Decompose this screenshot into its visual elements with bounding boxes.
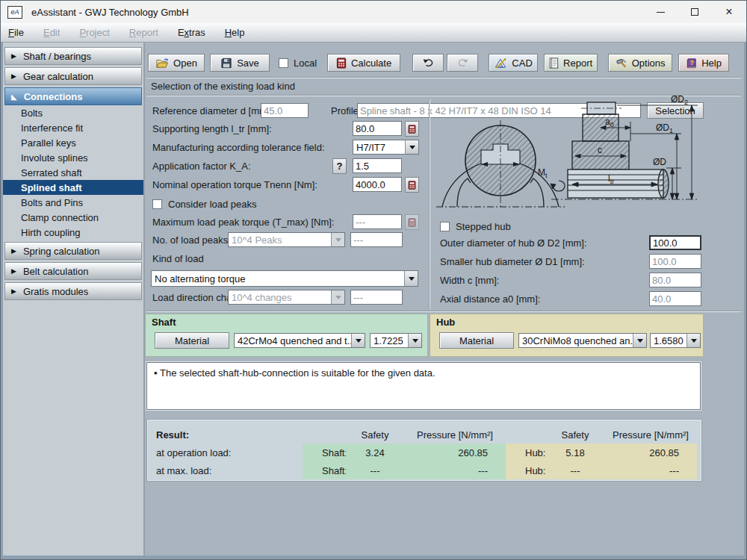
width-c-field[interactable] <box>649 273 701 287</box>
chevron-down-icon <box>331 290 344 304</box>
shaft-material-button[interactable]: Material <box>155 332 229 349</box>
chevron-down-icon[interactable] <box>633 334 646 347</box>
chevron-down-icon[interactable] <box>686 334 700 347</box>
pressure-column-header: Pressure [N/mm²] <box>404 426 506 444</box>
menu-report[interactable]: Report <box>129 27 158 38</box>
minimize-button[interactable] <box>643 1 678 23</box>
sidebar-item-serrated-shaft[interactable]: Serrated shaft <box>3 165 143 180</box>
maximize-button[interactable] <box>678 1 712 23</box>
max-peak-torque-label: Maximum load peak torque (T_max) [Nm]: <box>152 217 334 228</box>
title-bar: eA eAssistant - GWJ Technology GmbH × <box>1 1 746 23</box>
save-button[interactable]: Save <box>210 54 270 72</box>
local-checkbox[interactable] <box>279 58 288 68</box>
supporting-length-calc-button[interactable] <box>405 121 419 137</box>
sidebar-item-bolts-and-pins[interactable]: Bolts and Pins <box>3 195 143 210</box>
hub-material-button[interactable]: Material <box>439 332 514 349</box>
safety-column-header: Safety <box>546 426 604 444</box>
calculator-icon <box>336 57 347 69</box>
spline-shaft-drawing: a0 c ltr Mt ØD2 ØD1 ØD <box>435 95 704 217</box>
tolerance-field-label: Manufacturing according tolerance field: <box>152 142 325 153</box>
report-button[interactable]: Report <box>544 54 598 72</box>
reference-diameter-field[interactable] <box>261 103 309 118</box>
sidebar: ▶ Shaft / bearings ▶ Gear calculation ◣ … <box>3 43 145 556</box>
message-text: The selected shaft-hub-connection is sui… <box>160 367 436 379</box>
result-header-row: Result: Safety Pressure [N/mm²] Safety P… <box>156 426 701 444</box>
sidebar-item-hirth-coupling[interactable]: Hirth coupling <box>3 225 143 240</box>
outer-diameter-field[interactable] <box>649 235 701 250</box>
chevron-down-icon[interactable] <box>351 334 365 347</box>
sidebar-item-interference-fit[interactable]: Interference fit <box>3 120 143 135</box>
sidebar-group-belt-calculation[interactable]: ▶ Belt calculation <box>4 262 142 280</box>
shaft-material-dropdown[interactable]: 42CrMo4 quenched and t... <box>234 333 365 348</box>
menu-help[interactable]: Help <box>225 27 245 38</box>
svg-text:ØD: ØD <box>653 157 666 167</box>
redo-button[interactable] <box>447 54 478 72</box>
tools-icon <box>616 57 627 69</box>
application-factor-help-button[interactable]: ? <box>332 158 347 174</box>
kind-of-load-dropdown[interactable]: No alternating torque <box>151 270 418 287</box>
menu-project[interactable]: Project <box>79 27 109 38</box>
sidebar-group-gratis-modules[interactable]: ▶ Gratis modules <box>4 282 142 300</box>
nominal-torque-calc-button[interactable] <box>405 177 419 193</box>
hub-material-dropdown[interactable]: 30CrNiMo8 quenched an... <box>518 333 647 348</box>
calculate-button[interactable]: Calculate <box>327 54 400 72</box>
sidebar-group-connections[interactable]: ◣ Connections <box>4 87 142 105</box>
sidebar-item-bolts[interactable]: Bolts <box>3 105 143 120</box>
sidebar-item-involute-splines[interactable]: Involute splines <box>3 150 143 165</box>
chevron-down-icon[interactable] <box>408 334 421 347</box>
smaller-diameter-field[interactable] <box>649 254 701 269</box>
menu-edit[interactable]: Edit <box>43 27 60 38</box>
sidebar-group-shaft-bearings[interactable]: ▶ Shaft / bearings <box>4 47 142 65</box>
application-factor-field[interactable] <box>353 158 402 173</box>
tolerance-dropdown[interactable]: H7/IT7 <box>353 140 419 155</box>
close-icon: × <box>725 6 732 18</box>
sidebar-item-parallel-keys[interactable]: Parallel keys <box>3 135 143 150</box>
chevron-down-icon[interactable] <box>405 140 418 154</box>
help-book-icon: ? <box>686 57 697 69</box>
menu-file[interactable]: File <box>8 27 24 38</box>
collapsed-arrow-icon: ▶ <box>11 52 16 60</box>
help-button[interactable]: ? Help <box>678 54 729 72</box>
pressure-column-header: Pressure [N/mm²] <box>604 426 697 444</box>
svg-text:ØD2: ØD2 <box>671 95 688 106</box>
hub-material-number-dropdown[interactable]: 1.6580 <box>650 333 701 348</box>
consider-load-peaks-label: Consider load peaks <box>168 199 257 210</box>
outer-diameter-label: Outer diameter of hub Ø D2 [mm]: <box>440 237 587 249</box>
app-icon: eA <box>7 6 22 19</box>
max-peak-torque-field[interactable] <box>353 214 402 229</box>
cad-button[interactable]: CAD <box>489 54 538 72</box>
max-peak-torque-calc-button[interactable] <box>405 214 419 230</box>
minimize-icon <box>657 12 665 13</box>
stepped-hub-checkbox[interactable] <box>440 222 450 231</box>
collapsed-arrow-icon: ▶ <box>11 247 16 255</box>
hub-material-panel: Hub Material 30CrNiMo8 quenched an... 1.… <box>430 314 704 357</box>
axial-distance-label: Axial distance a0 [mm]: <box>440 293 540 305</box>
consider-load-peaks-checkbox[interactable] <box>152 199 162 209</box>
sidebar-group-gear-calculation[interactable]: ▶ Gear calculation <box>4 67 142 85</box>
hub-panel-title: Hub <box>436 317 455 328</box>
supporting-length-label: Supporting length l_tr [mm]: <box>152 123 272 134</box>
load-direction-unit-dropdown[interactable]: 10^4 changes <box>228 290 345 305</box>
application-factor-label: Application factor K_A: <box>152 161 251 172</box>
shaft-material-number-dropdown[interactable]: 1.7225 <box>370 333 422 348</box>
load-peaks-unit-dropdown[interactable]: 10^4 Peaks <box>228 232 345 247</box>
undo-button[interactable] <box>412 54 444 72</box>
nominal-torque-field[interactable] <box>353 177 402 192</box>
menu-extras[interactable]: Extras <box>178 27 205 38</box>
result-title: Result: <box>156 426 303 444</box>
sidebar-item-clamp-connection[interactable]: Clamp connection <box>3 210 143 225</box>
calculator-icon <box>408 181 416 190</box>
close-button[interactable]: × <box>712 1 746 23</box>
supporting-length-field[interactable] <box>353 121 402 136</box>
sidebar-group-spring-calculation[interactable]: ▶ Spring calculation <box>4 242 142 260</box>
load-direction-field[interactable] <box>350 290 403 305</box>
chevron-down-icon[interactable] <box>404 271 418 286</box>
options-button[interactable]: Options <box>608 54 672 72</box>
axial-distance-field[interactable] <box>649 291 701 306</box>
svg-text:?: ? <box>690 58 694 66</box>
load-peaks-field[interactable] <box>350 232 403 247</box>
reference-diameter-label: Reference diameter d [mm]: <box>152 105 273 116</box>
stepped-hub-label: Stepped hub <box>456 221 511 232</box>
open-button[interactable]: Open <box>148 54 205 72</box>
sidebar-item-splined-shaft[interactable]: Splined shaft <box>3 180 143 195</box>
